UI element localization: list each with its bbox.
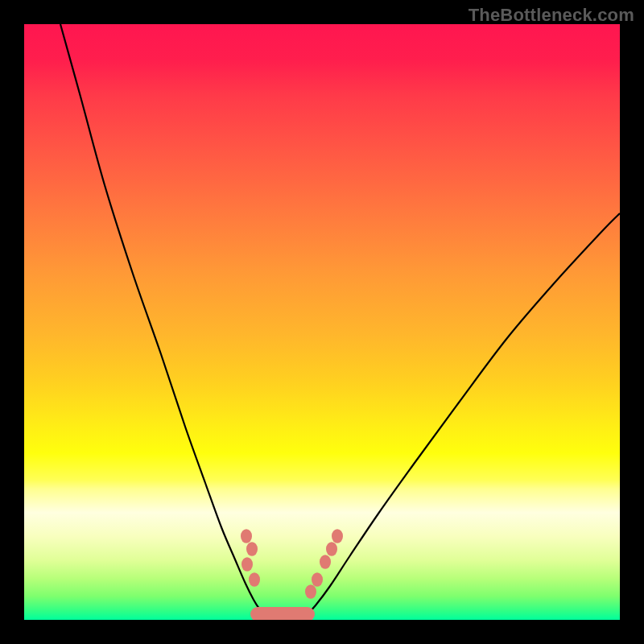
marker-dot (249, 572, 260, 587)
chart-svg (24, 24, 620, 620)
marker-dot (312, 572, 323, 587)
marker-dot (246, 542, 258, 556)
marker-dot (332, 529, 343, 543)
outer-frame: TheBottleneck.com (0, 0, 644, 644)
marker-dot (326, 542, 337, 556)
watermark-text: TheBottleneck.com (469, 5, 634, 26)
marker-dot (241, 529, 252, 543)
right-curve (306, 213, 620, 616)
plot-area (24, 24, 620, 620)
marker-dot (305, 584, 316, 599)
left-curve (60, 24, 268, 616)
marker-dot (320, 555, 331, 569)
marker-dot (242, 557, 253, 572)
